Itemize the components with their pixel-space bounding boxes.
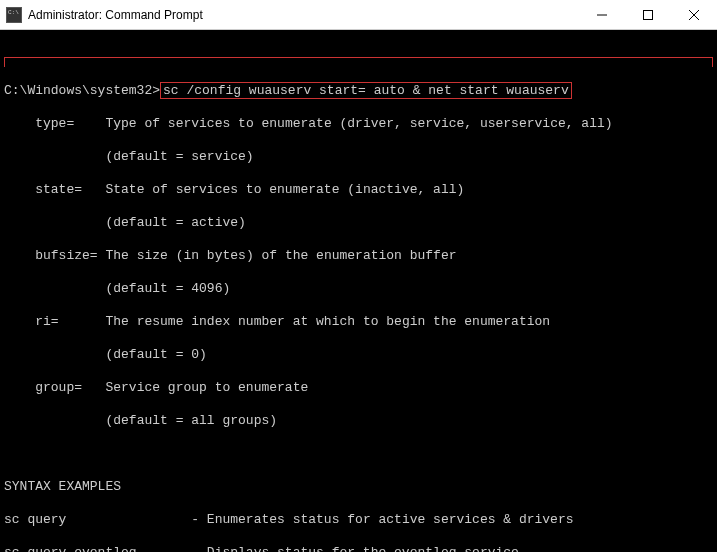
- close-button[interactable]: [671, 0, 717, 29]
- param-default: (default = active): [4, 215, 717, 232]
- param-line: bufsize= The size (in bytes) of the enum…: [4, 248, 717, 265]
- param-line: ri= The resume index number at which to …: [4, 314, 717, 331]
- prompt-path: C:\Windows\system32>: [4, 83, 160, 98]
- svg-rect-1: [644, 10, 653, 19]
- title-bar[interactable]: Administrator: Command Prompt: [0, 0, 717, 30]
- maximize-button[interactable]: [625, 0, 671, 29]
- example-line: sc query eventlog - Displays status for …: [4, 545, 717, 553]
- command-highlight: sc /config wuauserv start= auto & net st…: [160, 82, 572, 99]
- param-line: group= Service group to enumerate: [4, 380, 717, 397]
- command-line: C:\Windows\system32>sc /config wuauserv …: [4, 83, 717, 100]
- cmd-icon: [6, 7, 22, 23]
- syntax-header: SYNTAX EXAMPLES: [4, 479, 717, 496]
- param-line: type= Type of services to enumerate (dri…: [4, 116, 717, 133]
- example-line: sc query - Enumerates status for active …: [4, 512, 717, 529]
- highlight-border: [4, 57, 713, 67]
- param-default: (default = 4096): [4, 281, 717, 298]
- window-title: Administrator: Command Prompt: [28, 8, 579, 22]
- minimize-button[interactable]: [579, 0, 625, 29]
- window-controls: [579, 0, 717, 29]
- param-line: state= State of services to enumerate (i…: [4, 182, 717, 199]
- param-default: (default = 0): [4, 347, 717, 364]
- param-default: (default = service): [4, 149, 717, 166]
- console-output[interactable]: C:\Windows\system32>sc /config wuauserv …: [0, 30, 717, 552]
- param-default: (default = all groups): [4, 413, 717, 430]
